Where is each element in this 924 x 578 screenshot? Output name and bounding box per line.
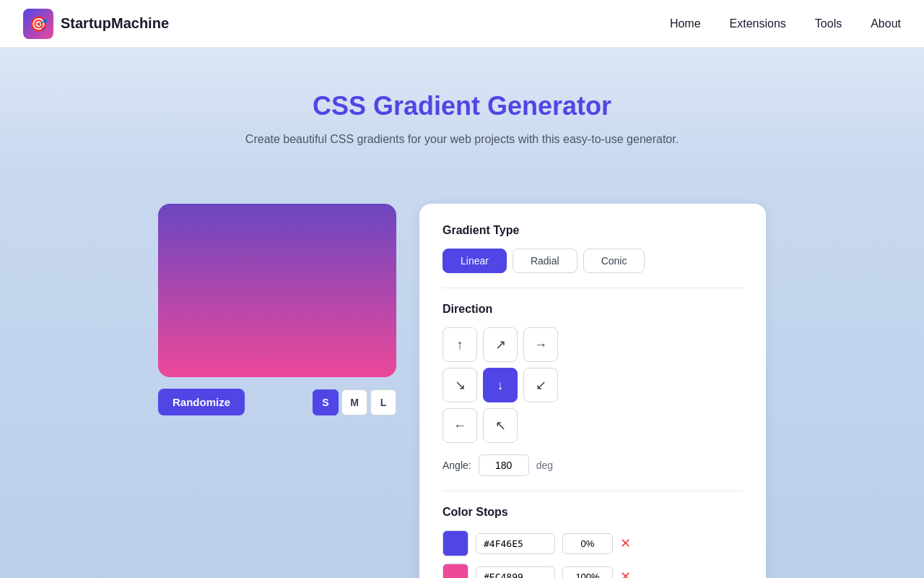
color-hex-input-2[interactable] — [476, 566, 555, 579]
color-pct-input-1[interactable] — [562, 533, 613, 554]
type-buttons: Linear Radial Conic — [443, 249, 743, 273]
angle-unit: deg — [536, 460, 553, 471]
brand: 🎯 StartupMachine — [23, 9, 169, 39]
nav-tools[interactable]: Tools — [815, 17, 842, 30]
gradient-preview — [158, 204, 396, 377]
direction-section: Direction ↑ ↗ → ↘ ↓ ↙ ← ↖ Angle: deg — [443, 303, 743, 476]
brand-name: StartupMachine — [61, 15, 169, 32]
hero-title: CSS Gradient Generator — [14, 91, 910, 121]
remove-stop-2-button[interactable]: ✕ — [620, 570, 631, 578]
size-l-button[interactable]: L — [370, 389, 396, 415]
dir-down-left-button[interactable]: ↙ — [523, 368, 558, 402]
direction-label: Direction — [443, 303, 743, 316]
nav-home[interactable]: Home — [670, 17, 701, 30]
type-linear-button[interactable]: Linear — [443, 249, 507, 273]
type-radial-button[interactable]: Radial — [513, 249, 578, 273]
hero-section: CSS Gradient Generator Create beautiful … — [0, 48, 924, 175]
color-stop-row-1: ✕ — [443, 530, 743, 556]
dir-up-button[interactable]: ↑ — [443, 327, 477, 362]
divider-2 — [443, 491, 743, 491]
divider-1 — [443, 288, 743, 288]
gradient-type-section: Gradient Type Linear Radial Conic — [443, 224, 743, 273]
preview-panel: Randomize S M L — [158, 204, 396, 578]
color-stops-section: Color Stops ✕ ✕ — [443, 506, 743, 578]
angle-label: Angle: — [443, 460, 471, 471]
color-pct-input-2[interactable] — [562, 566, 613, 579]
dir-left-button[interactable]: ← — [443, 408, 477, 443]
type-conic-button[interactable]: Conic — [583, 249, 645, 273]
dir-right-button[interactable]: → — [523, 327, 558, 362]
size-m-button[interactable]: M — [341, 389, 367, 415]
color-stop-row-2: ✕ — [443, 564, 743, 578]
controls-panel: Gradient Type Linear Radial Conic Direct… — [419, 204, 766, 578]
size-s-button[interactable]: S — [313, 389, 339, 415]
angle-row: Angle: deg — [443, 454, 743, 476]
color-swatch-2[interactable] — [443, 564, 468, 578]
dir-down-button[interactable]: ↓ — [483, 368, 518, 402]
main-content: Randomize S M L Gradient Type Linear Rad… — [0, 175, 924, 578]
dir-up-left-button[interactable]: ↖ — [483, 408, 518, 443]
color-hex-input-1[interactable] — [476, 533, 555, 554]
hero-subtitle: Create beautiful CSS gradients for your … — [14, 133, 910, 146]
remove-stop-1-button[interactable]: ✕ — [620, 537, 631, 550]
preview-controls: Randomize S M L — [158, 389, 396, 415]
nav-links: Home Extensions Tools About — [670, 17, 901, 30]
brand-logo: 🎯 — [23, 9, 53, 39]
dir-down-right-button[interactable]: ↘ — [443, 368, 477, 402]
dir-up-right-button[interactable]: ↗ — [483, 327, 518, 362]
direction-grid: ↑ ↗ → ↘ ↓ ↙ ← ↖ — [443, 327, 743, 443]
randomize-button[interactable]: Randomize — [158, 389, 245, 415]
nav-about[interactable]: About — [871, 17, 901, 30]
gradient-type-label: Gradient Type — [443, 224, 743, 237]
dir-empty — [523, 408, 558, 443]
navbar: 🎯 StartupMachine Home Extensions Tools A… — [0, 0, 924, 48]
color-stops-label: Color Stops — [443, 506, 743, 519]
nav-extensions[interactable]: Extensions — [730, 17, 786, 30]
size-buttons: S M L — [313, 389, 396, 415]
color-swatch-1[interactable] — [443, 530, 468, 556]
angle-input[interactable] — [479, 454, 529, 476]
